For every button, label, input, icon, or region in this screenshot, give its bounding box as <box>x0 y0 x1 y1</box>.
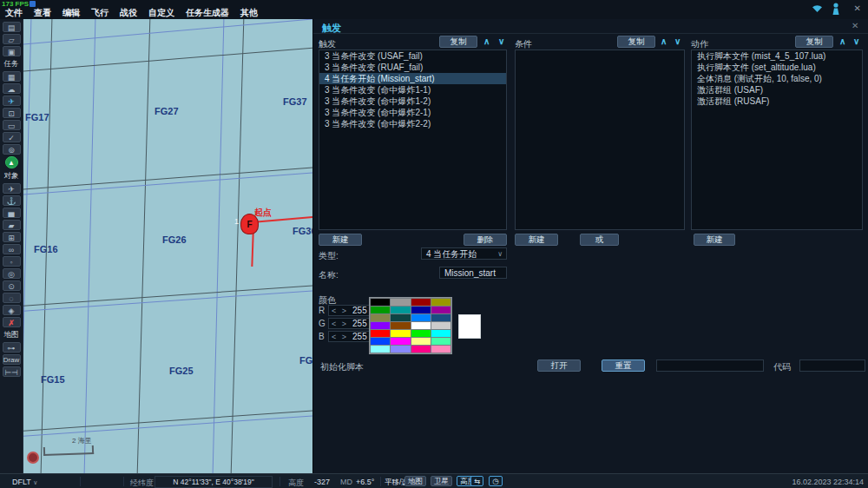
palette-swatch-44ffaa[interactable] <box>431 338 450 345</box>
waypoint-icon[interactable]: ⊙ <box>3 280 21 291</box>
palette-swatch-1a4d80[interactable] <box>431 314 450 321</box>
close-icon[interactable]: ✕ <box>854 3 861 13</box>
ruler-icon[interactable]: ⊢⊣ <box>3 366 21 377</box>
shapes-icon[interactable]: ◈ <box>3 305 21 315</box>
briefing-icon[interactable]: ▭ <box>3 120 21 130</box>
list-item[interactable]: 3 当条件改变 (命中爆炸2-2) <box>319 118 506 129</box>
payload-icon[interactable]: ▦ <box>3 71 21 82</box>
copy-actions-button[interactable]: 复制 <box>795 36 833 48</box>
type-dropdown[interactable]: 4 当任务开始 ∨ <box>421 247 507 260</box>
weather-icon[interactable]: ☁ <box>3 83 21 94</box>
palette-swatch-8888ff[interactable] <box>391 346 410 353</box>
palette-swatch-ffffff[interactable] <box>411 322 431 329</box>
palette-swatch-0044ff[interactable] <box>371 338 390 345</box>
fly-mission-icon[interactable]: ✈ <box>3 96 21 106</box>
route-node-icon[interactable]: ◦ <box>3 256 21 267</box>
key-icon[interactable]: ⊶ <box>3 342 21 353</box>
menu-item[interactable]: 战役 <box>120 7 137 19</box>
delete-trigger-button[interactable]: 删除 <box>464 234 507 246</box>
reset-script-button[interactable]: 重置 <box>602 359 645 372</box>
new-trigger-button[interactable]: 新建 <box>319 234 362 246</box>
draw-icon[interactable]: Draw <box>3 354 21 365</box>
pilot-icon[interactable] <box>831 3 841 16</box>
move-down-icon[interactable]: ∨ <box>853 36 859 48</box>
warship-icon[interactable]: ▅ <box>3 208 21 218</box>
palette-swatch-00ee00[interactable] <box>411 330 431 337</box>
convoy-icon[interactable]: ∞ <box>3 244 21 254</box>
spinner-arrows-icon[interactable]: < > <box>332 320 348 328</box>
palette-swatch-990000[interactable] <box>411 299 431 306</box>
palette-swatch-000000[interactable] <box>371 299 390 306</box>
wifi-icon[interactable] <box>811 3 824 14</box>
palette-swatch-ff88bb[interactable] <box>431 346 450 353</box>
list-item[interactable]: 3 当条件改变 (命中爆炸1-2) <box>319 96 506 107</box>
map-mode-地图[interactable]: 地图 <box>404 476 426 486</box>
palette-swatch-990099[interactable] <box>431 307 450 313</box>
palette-swatch-84844a[interactable] <box>371 314 390 321</box>
check-pass-icon[interactable]: ✓ <box>3 132 21 142</box>
palette-swatch-999900[interactable] <box>431 299 450 306</box>
palette-swatch-009900[interactable] <box>371 307 390 313</box>
list-item[interactable]: 执行脚本文件 (mist_4_5_107.lua) <box>692 50 862 62</box>
code-input[interactable] <box>799 359 865 372</box>
move-up-icon[interactable]: ∧ <box>839 36 845 48</box>
menu-item[interactable]: 飞行 <box>91 7 108 19</box>
menu-item[interactable]: 任务生成器 <box>186 7 229 19</box>
palette-swatch-88ffff[interactable] <box>371 346 390 353</box>
palette-swatch-cccccc[interactable] <box>431 322 450 329</box>
palette-swatch-009999[interactable] <box>391 307 410 313</box>
list-item[interactable]: 3 当条件改变 (命中爆炸1-1) <box>319 84 506 96</box>
palette-swatch-999999[interactable] <box>391 299 410 306</box>
menu-item[interactable]: 其他 <box>240 7 258 19</box>
airplane-icon[interactable]: ✈ <box>3 183 21 194</box>
menu-item[interactable]: 文件 <box>5 7 23 19</box>
new-condition-button[interactable]: 新建 <box>515 234 558 246</box>
move-down-icon[interactable]: ∨ <box>498 36 504 48</box>
spinner-arrows-icon[interactable]: < > <box>332 333 348 341</box>
palette-swatch-ffff88[interactable] <box>411 338 431 345</box>
conditions-list[interactable] <box>515 49 685 230</box>
ellipse-zone-icon[interactable]: ◌ <box>3 293 21 303</box>
vehicle-icon[interactable]: ▰ <box>3 220 21 230</box>
group-box-icon[interactable]: ⊞ <box>3 232 21 242</box>
palette-swatch-ff00ff[interactable] <box>391 338 410 345</box>
move-up-icon[interactable]: ∧ <box>483 36 490 48</box>
list-item[interactable]: 3 当条件改变 (USAF_fail) <box>319 50 506 62</box>
palette-swatch-ffff00[interactable] <box>391 330 410 337</box>
menu-item[interactable]: 查看 <box>34 7 51 19</box>
delete-icon[interactable]: ✗ <box>3 317 21 327</box>
name-input[interactable]: Mission_start <box>439 267 507 279</box>
menu-item[interactable]: 自定义 <box>148 7 174 19</box>
script-path-input[interactable] <box>656 359 764 372</box>
palette-swatch-ff0088[interactable] <box>411 346 431 353</box>
ship-icon[interactable]: ⚓ <box>3 195 21 206</box>
start-mission-icon[interactable]: ▲ <box>5 156 18 168</box>
move-down-icon[interactable]: ∨ <box>674 36 681 48</box>
list-item[interactable]: 激活群组 (RUSAF) <box>692 96 862 107</box>
palette-swatch-0e4444[interactable] <box>391 314 410 321</box>
new-action-button[interactable]: 新建 <box>694 234 735 246</box>
palette-swatch-ff0000[interactable] <box>371 330 390 337</box>
move-up-icon[interactable]: ∧ <box>661 36 667 48</box>
palette-swatch-884400[interactable] <box>391 322 410 329</box>
list-item[interactable]: 执行脚本文件 (set_altitude.lua) <box>692 62 862 73</box>
copy-conditions-button[interactable]: 复制 <box>617 36 655 48</box>
save-icon[interactable]: ▣ <box>3 46 21 56</box>
map-mode-卫星[interactable]: 卫星 <box>431 476 452 486</box>
list-item[interactable]: 4 当任务开始 (Mission_start) <box>319 73 506 84</box>
list-item[interactable]: 3 当条件改变 (RUAF_fail) <box>319 62 506 73</box>
or-condition-button[interactable]: 或 <box>580 234 619 246</box>
list-item[interactable]: 激活群组 (USAF) <box>692 84 862 96</box>
actions-list[interactable]: 执行脚本文件 (mist_4_5_107.lua)执行脚本文件 (set_alt… <box>691 49 863 230</box>
triggers-list[interactable]: 3 当条件改变 (USAF_fail)3 当条件改变 (RUAF_fail)4 … <box>319 49 507 230</box>
palette-swatch-000099[interactable] <box>411 307 431 313</box>
menu-item[interactable]: 编辑 <box>62 7 80 19</box>
clock-icon[interactable]: ◷ <box>489 476 502 486</box>
open-script-button[interactable]: 打开 <box>537 359 581 372</box>
triggers-icon[interactable]: ⊚ <box>3 144 21 155</box>
trigger-zone-icon[interactable]: ◎ <box>3 268 21 279</box>
spinner-arrows-icon[interactable]: < > <box>332 307 348 315</box>
copy-triggers-button[interactable]: 复制 <box>439 36 477 48</box>
open-folder-icon[interactable]: ▱ <box>3 34 21 44</box>
map-canvas[interactable]: FG17FG27FG37FG16FG26FG36FG15FG25FG35 F 起… <box>23 19 312 473</box>
